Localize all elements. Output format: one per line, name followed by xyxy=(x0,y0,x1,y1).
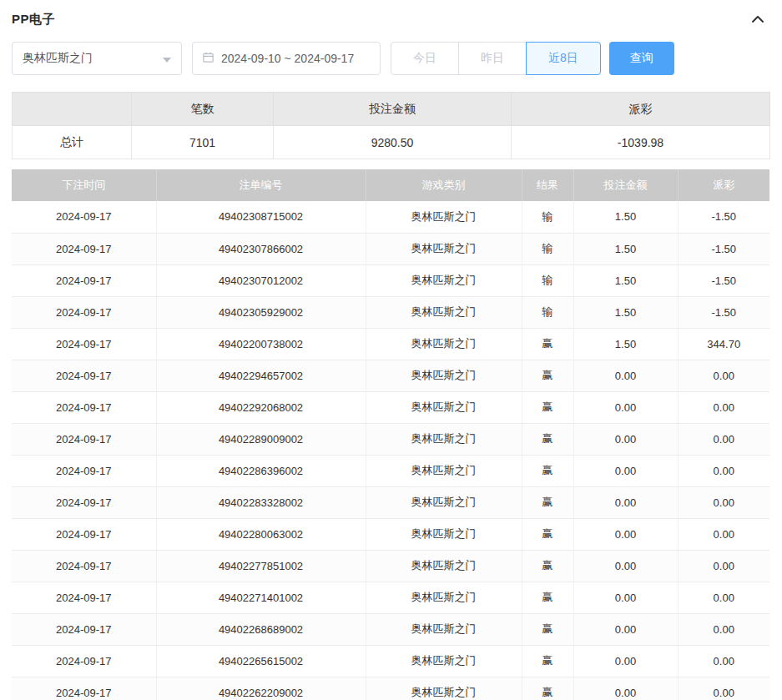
cell-bet-amount: 0.00 xyxy=(573,645,678,677)
table-row: 2024-09-1749402265615002奥林匹斯之门赢0.000.00 xyxy=(12,645,769,677)
table-row: 2024-09-1749402307866002奥林匹斯之门输1.50-1.50 xyxy=(12,233,769,264)
records-table: 下注时间 注单编号 游戏类别 结果 投注金额 派彩 2024-09-174940… xyxy=(12,169,769,700)
cell-bet-time: 2024-09-17 xyxy=(12,423,156,455)
cell-bet-amount: 1.50 xyxy=(573,264,678,296)
cell-bet-amount: 0.00 xyxy=(573,613,678,645)
cell-bet-amount: 0.00 xyxy=(573,550,678,582)
cell-bet-time: 2024-09-17 xyxy=(12,677,156,700)
col-header-bet-id: 注单编号 xyxy=(156,169,366,201)
table-row: 2024-09-1749402286396002奥林匹斯之门赢0.000.00 xyxy=(12,455,769,486)
cell-game-category: 奥林匹斯之门 xyxy=(366,328,522,360)
chevron-up-icon[interactable] xyxy=(750,13,770,25)
cell-result: 赢 xyxy=(522,328,573,360)
cell-result: 赢 xyxy=(522,455,573,486)
cell-game-category: 奥林匹斯之门 xyxy=(366,613,522,645)
cell-result: 输 xyxy=(522,264,573,296)
cell-result: 赢 xyxy=(522,423,573,455)
cell-bet-id: 49402271401002 xyxy=(156,582,366,613)
date-range-value: 2024-09-10 ~ 2024-09-17 xyxy=(221,52,354,65)
filter-bar: 奥林匹斯之门 2024-09-10 ~ 2024-09-17 今日 昨日 近8日… xyxy=(12,42,770,75)
cell-bet-time: 2024-09-17 xyxy=(12,391,156,423)
calendar-icon xyxy=(202,51,214,66)
quick-btn-yesterday[interactable]: 昨日 xyxy=(458,42,527,75)
cell-game-category: 奥林匹斯之门 xyxy=(366,360,522,391)
cell-payout: 0.00 xyxy=(678,645,769,677)
summary-header-blank xyxy=(13,93,132,126)
summary-header-row: 笔数 投注金额 派彩 xyxy=(13,93,770,126)
cell-bet-amount: 0.00 xyxy=(573,518,678,550)
table-row: 2024-09-1749402308715002奥林匹斯之门输1.50-1.50 xyxy=(12,201,769,233)
cell-bet-time: 2024-09-17 xyxy=(12,455,156,486)
cell-bet-time: 2024-09-17 xyxy=(12,264,156,296)
cell-game-category: 奥林匹斯之门 xyxy=(366,677,522,700)
cell-payout: 0.00 xyxy=(678,613,769,645)
records-panel: PP电子 奥林匹斯之门 2024-09-10 ~ 2024-09-17 xyxy=(0,0,782,700)
summary-header-bet-amount: 投注金额 xyxy=(274,93,512,126)
records-tbody: 2024-09-1749402308715002奥林匹斯之门输1.50-1.50… xyxy=(12,201,769,700)
cell-game-category: 奥林匹斯之门 xyxy=(366,582,522,613)
cell-payout: 0.00 xyxy=(678,391,769,423)
table-row: 2024-09-1749402307012002奥林匹斯之门输1.50-1.50 xyxy=(12,264,769,296)
cell-game-category: 奥林匹斯之门 xyxy=(366,455,522,486)
cell-payout: -1.50 xyxy=(678,201,769,233)
game-select[interactable]: 奥林匹斯之门 xyxy=(12,42,182,75)
summary-total-row: 总计 7101 9280.50 -1039.98 xyxy=(13,126,770,159)
cell-result: 赢 xyxy=(522,550,573,582)
cell-bet-amount: 0.00 xyxy=(573,360,678,391)
cell-game-category: 奥林匹斯之门 xyxy=(366,233,522,264)
date-range-picker[interactable]: 2024-09-10 ~ 2024-09-17 xyxy=(192,42,381,75)
summary-header-count: 笔数 xyxy=(132,93,274,126)
page-title: PP电子 xyxy=(12,12,55,28)
cell-bet-id: 49402292068002 xyxy=(156,391,366,423)
col-header-result: 结果 xyxy=(522,169,573,201)
cell-bet-id: 49402268689002 xyxy=(156,613,366,645)
cell-bet-id: 49402305929002 xyxy=(156,296,366,328)
col-header-game-category: 游戏类别 xyxy=(366,169,522,201)
cell-payout: -1.50 xyxy=(678,296,769,328)
cell-bet-amount: 0.00 xyxy=(573,486,678,518)
cell-result: 赢 xyxy=(522,391,573,423)
cell-bet-time: 2024-09-17 xyxy=(12,518,156,550)
cell-payout: 0.00 xyxy=(678,677,769,700)
cell-payout: 0.00 xyxy=(678,423,769,455)
table-row: 2024-09-1749402268689002奥林匹斯之门赢0.000.00 xyxy=(12,613,769,645)
cell-bet-amount: 0.00 xyxy=(573,391,678,423)
cell-bet-id: 49402308715002 xyxy=(156,201,366,233)
cell-payout: 0.00 xyxy=(678,582,769,613)
cell-bet-amount: 1.50 xyxy=(573,233,678,264)
cell-payout: 0.00 xyxy=(678,518,769,550)
cell-payout: 0.00 xyxy=(678,360,769,391)
cell-result: 赢 xyxy=(522,613,573,645)
search-button[interactable]: 查询 xyxy=(609,42,674,75)
table-row: 2024-09-1749402271401002奥林匹斯之门赢0.000.00 xyxy=(12,582,769,613)
summary-header-payout: 派彩 xyxy=(512,93,770,126)
cell-bet-amount: 1.50 xyxy=(573,328,678,360)
cell-bet-id: 49402307866002 xyxy=(156,233,366,264)
cell-bet-amount: 1.50 xyxy=(573,201,678,233)
col-header-bet-amount: 投注金额 xyxy=(573,169,678,201)
cell-bet-amount: 0.00 xyxy=(573,423,678,455)
cell-result: 赢 xyxy=(522,486,573,518)
cell-result: 赢 xyxy=(522,518,573,550)
quick-btn-last8days[interactable]: 近8日 xyxy=(526,42,601,75)
cell-bet-time: 2024-09-17 xyxy=(12,613,156,645)
table-row: 2024-09-1749402280063002奥林匹斯之门赢0.000.00 xyxy=(12,518,769,550)
cell-bet-time: 2024-09-17 xyxy=(12,360,156,391)
cell-bet-id: 49402200738002 xyxy=(156,328,366,360)
table-row: 2024-09-1749402289009002奥林匹斯之门赢0.000.00 xyxy=(12,423,769,455)
cell-bet-id: 49402289009002 xyxy=(156,423,366,455)
quick-btn-today[interactable]: 今日 xyxy=(391,42,459,75)
cell-game-category: 奥林匹斯之门 xyxy=(366,296,522,328)
cell-bet-id: 49402307012002 xyxy=(156,264,366,296)
cell-bet-time: 2024-09-17 xyxy=(12,645,156,677)
cell-result: 赢 xyxy=(522,645,573,677)
quick-range-group: 今日 昨日 近8日 xyxy=(391,42,601,75)
cell-bet-amount: 0.00 xyxy=(573,677,678,700)
cell-game-category: 奥林匹斯之门 xyxy=(366,486,522,518)
cell-result: 赢 xyxy=(522,582,573,613)
cell-payout: 0.00 xyxy=(678,486,769,518)
cell-bet-id: 49402294657002 xyxy=(156,360,366,391)
summary-table: 笔数 投注金额 派彩 总计 7101 9280.50 -1039.98 xyxy=(12,92,770,159)
cell-bet-time: 2024-09-17 xyxy=(12,233,156,264)
cell-bet-id: 49402286396002 xyxy=(156,455,366,486)
